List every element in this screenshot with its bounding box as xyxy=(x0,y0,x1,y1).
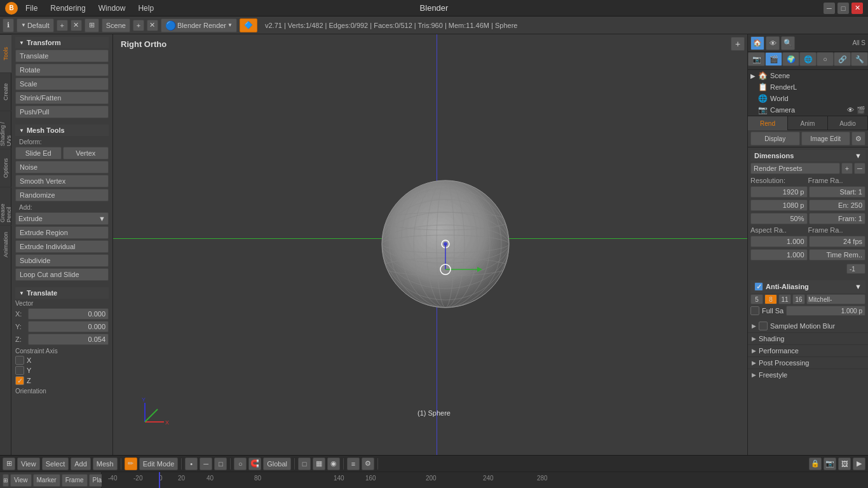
transform-header[interactable]: Transform xyxy=(15,37,109,48)
shading-section[interactable]: Shading xyxy=(748,332,868,344)
slide-edge-btn[interactable]: Slide Ed xyxy=(15,147,62,159)
modifiers-icon-tab[interactable]: 🔧 xyxy=(851,52,868,66)
rend-tab[interactable]: Rend xyxy=(748,116,788,130)
menu-window[interactable]: Window xyxy=(96,3,128,14)
proportional-edit-btn[interactable]: ○ xyxy=(234,458,247,470)
sampled-motion-blur-row[interactable]: ▶ Sampled Motion Blur xyxy=(748,320,868,332)
aa-filter-select[interactable]: Mitchell- xyxy=(806,294,865,304)
add-menu-btn[interactable]: Add xyxy=(71,458,91,470)
vertex-btn[interactable]: Vertex xyxy=(63,147,109,159)
world-item[interactable]: 🌐 World xyxy=(748,93,868,104)
screen-layout-button[interactable]: ⊞ xyxy=(85,18,99,32)
current-frame-field[interactable]: Fram: 1 xyxy=(809,213,866,224)
camera-item[interactable]: 📷 Camera 👁 🎬 xyxy=(748,104,868,116)
viewport[interactable]: Right Ortho xyxy=(113,34,747,455)
loop-cut-btn[interactable]: Loop Cut and Slide xyxy=(15,268,109,281)
view-menu-btn[interactable]: View xyxy=(17,458,40,470)
tab-tools[interactable]: Tools xyxy=(0,34,11,72)
push-pull-btn[interactable]: Push/Pull xyxy=(15,105,109,118)
aspect-x-field[interactable]: 1.000 xyxy=(750,236,808,247)
render-presets-select[interactable]: Render Presets xyxy=(750,163,840,174)
image-edit-btn[interactable]: Image Edit xyxy=(801,132,851,146)
full-sa-value[interactable]: 1.000 p xyxy=(786,306,865,316)
shrink-fatten-btn[interactable]: Shrink/Fatten xyxy=(15,92,109,104)
subdivide-btn[interactable]: Subdivide xyxy=(15,254,109,267)
scale-btn[interactable]: Scale xyxy=(15,78,109,90)
menu-render[interactable]: Rendering xyxy=(48,3,88,14)
edit-mode-select[interactable]: Edit Mode xyxy=(139,458,179,470)
render-layers-icon-tab[interactable]: 🎬 xyxy=(765,52,782,66)
anim-tab[interactable]: Anim xyxy=(788,116,828,130)
timeline-marker-btn[interactable]: Marker xyxy=(33,474,60,487)
audio-tab[interactable]: Audio xyxy=(828,116,868,130)
render-camera-btn[interactable]: 📷 xyxy=(824,458,836,470)
tab-create[interactable]: Create xyxy=(0,72,11,111)
dimensions-header[interactable]: Dimensions ▼ xyxy=(750,150,865,161)
render-presets-add[interactable]: + xyxy=(841,163,853,174)
res-x-field[interactable]: 1920 p xyxy=(750,186,808,198)
tab-shading-uvs[interactable]: Shading / UVs xyxy=(0,111,11,149)
viewport-add-button[interactable]: + xyxy=(731,37,745,51)
shading-solid-btn[interactable]: □ xyxy=(298,458,311,470)
shading-render-btn[interactable]: ◉ xyxy=(327,458,340,470)
mesh-select-vert[interactable]: • xyxy=(185,458,198,470)
add-workspace-button[interactable]: + xyxy=(57,20,68,31)
anti-aliasing-header[interactable]: ✓ Anti-Aliasing ▼ xyxy=(750,280,865,293)
aa-enable-checkbox[interactable]: ✓ xyxy=(754,282,763,291)
aa-val-8[interactable]: 8 xyxy=(764,294,777,304)
timeline-view-label[interactable]: View xyxy=(10,474,32,487)
camera-render-icon[interactable]: 🎬 xyxy=(857,106,865,114)
render-lock-btn[interactable]: 🔒 xyxy=(809,458,822,470)
res-y-field[interactable]: 1080 p xyxy=(750,200,808,211)
properties-scene-icon[interactable]: 🏠 xyxy=(750,36,764,50)
camera-visibility-icon[interactable]: 👁 xyxy=(847,106,854,114)
snap-btn[interactable]: 🧲 xyxy=(248,458,261,470)
start-frame-field[interactable]: Start: 1 xyxy=(809,186,866,198)
axis-y-checkbox[interactable] xyxy=(15,366,24,375)
menu-help[interactable]: Help xyxy=(135,3,156,14)
fps-field[interactable]: 24 fps xyxy=(809,236,866,247)
z-value[interactable]: 0.054 xyxy=(28,334,109,345)
maximize-button[interactable]: □ xyxy=(837,3,849,14)
global-select[interactable]: Global xyxy=(263,458,291,470)
timeline-track[interactable]: -40 -20 0 20 40 80 140 160 200 240 280 xyxy=(102,472,868,488)
render-engine-button[interactable]: 🔵 Blender Render xyxy=(161,18,237,32)
shading-texture-btn[interactable]: ▦ xyxy=(313,458,325,470)
post-processing-section[interactable]: Post Processing xyxy=(748,356,868,369)
sphere-object[interactable] xyxy=(369,168,522,322)
res-pct-field[interactable]: 50% xyxy=(750,213,808,224)
mesh-tools-header[interactable]: Mesh Tools xyxy=(15,125,109,136)
randomize-btn[interactable]: Randomize xyxy=(15,189,109,201)
aa-val-5[interactable]: 5 xyxy=(750,294,763,304)
performance-section[interactable]: Performance xyxy=(748,344,868,356)
constraints-icon-tab[interactable]: 🔗 xyxy=(834,52,851,66)
overlay-btn[interactable]: ≡ xyxy=(347,458,360,470)
extra-icon-btn[interactable]: ⚙ xyxy=(851,132,865,146)
remove-scene-button[interactable]: ✕ xyxy=(147,20,158,31)
translate-btn[interactable]: Translate xyxy=(15,50,109,62)
freestyle-section[interactable]: Freestyle xyxy=(748,369,868,381)
mesh-select-face[interactable]: □ xyxy=(214,458,227,470)
world-icon-tab[interactable]: 🌐 xyxy=(799,52,817,66)
minimize-button[interactable]: ─ xyxy=(824,3,835,14)
tab-grease-pencil[interactable]: Grease Pencil xyxy=(0,187,11,225)
x-value[interactable]: 0.000 xyxy=(28,308,109,320)
full-sa-checkbox[interactable] xyxy=(750,306,759,315)
translate-header[interactable]: Translate xyxy=(15,287,109,299)
timeline-view-btn[interactable]: ⊞ xyxy=(3,474,9,487)
add-scene-button[interactable]: + xyxy=(133,20,144,31)
render-icon-tab[interactable]: 📷 xyxy=(748,52,765,66)
info-button[interactable]: ℹ xyxy=(3,18,14,32)
viewport-options-btn[interactable]: ⚙ xyxy=(362,458,374,470)
y-value[interactable]: 0.000 xyxy=(28,321,109,332)
axis-z-checkbox[interactable]: ✓ xyxy=(15,376,24,385)
extrude-dropdown[interactable]: Extrude ▼ xyxy=(15,212,109,225)
time-rem-field[interactable]: Time Rem.. xyxy=(809,249,866,261)
remove-workspace-button[interactable]: ✕ xyxy=(71,20,82,31)
extrude-region-btn[interactable]: Extrude Region xyxy=(15,226,109,239)
rotate-btn[interactable]: Rotate xyxy=(15,64,109,76)
noise-btn[interactable]: Noise xyxy=(15,161,109,173)
aa-val-11[interactable]: 11 xyxy=(778,294,791,304)
menu-file[interactable]: File xyxy=(23,3,40,14)
mesh-select-edge[interactable]: ─ xyxy=(200,458,212,470)
